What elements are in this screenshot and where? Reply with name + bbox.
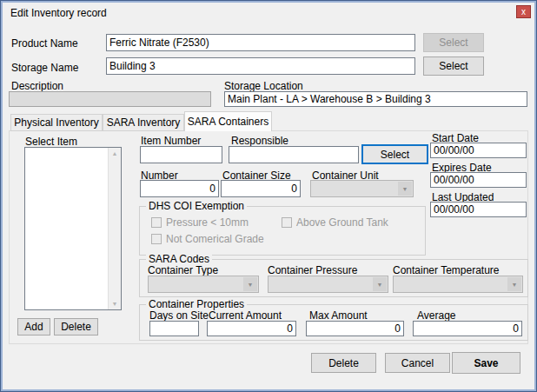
current-amount-input[interactable] bbox=[207, 321, 296, 336]
tab-sara-containers[interactable]: SARA Containers bbox=[184, 111, 272, 131]
storage-location-field bbox=[224, 91, 527, 107]
responsible-label: Responsible bbox=[231, 135, 288, 147]
scroll-down-icon[interactable]: ▼ bbox=[112, 301, 118, 307]
checkbox-box-icon bbox=[151, 234, 162, 244]
container-properties-title: Container Properties bbox=[146, 298, 247, 310]
dropdown-arrow-icon: ▼ bbox=[373, 277, 387, 291]
dhs-coi-exemption-title: DHS COI Exemption bbox=[146, 200, 247, 212]
number-input[interactable] bbox=[140, 180, 219, 197]
product-select-button: Select bbox=[423, 33, 484, 52]
max-amount-input[interactable] bbox=[306, 321, 404, 336]
checkbox-box-icon bbox=[151, 217, 162, 228]
average-label: Average bbox=[417, 309, 455, 322]
container-unit-dropdown: ▼ bbox=[310, 180, 414, 197]
select-item-label: Select Item bbox=[25, 136, 77, 148]
close-icon: x bbox=[521, 8, 526, 17]
close-button[interactable]: x bbox=[516, 5, 531, 18]
container-temperature-label: Container Temperature bbox=[393, 264, 500, 276]
max-amount-label: Max Amount bbox=[309, 309, 368, 322]
checkbox-pressure-lt-10mm: Pressure < 10mm bbox=[151, 216, 249, 229]
dhs-coi-exemption-group bbox=[139, 206, 426, 256]
item-number-label: Item Number bbox=[141, 135, 201, 147]
tab-physical-inventory[interactable]: Physical Inventory bbox=[10, 114, 103, 131]
container-type-dropdown: ▼ bbox=[148, 276, 259, 293]
product-name-input[interactable] bbox=[106, 34, 415, 51]
edit-inventory-record-dialog: Edit Inventory record x Product Name Sel… bbox=[0, 0, 537, 392]
scroll-up-icon[interactable]: ▲ bbox=[112, 150, 118, 156]
checkbox-not-comerical-grade: Not Comerical Grade bbox=[151, 233, 264, 245]
checkbox-label: Not Comerical Grade bbox=[166, 233, 264, 245]
current-amount-label: Current Amount bbox=[209, 309, 282, 322]
container-type-label: Container Type bbox=[148, 264, 218, 276]
container-pressure-dropdown: ▼ bbox=[268, 276, 388, 293]
delete-button[interactable]: Delete bbox=[311, 353, 376, 373]
container-pressure-label: Container Pressure bbox=[268, 264, 357, 276]
product-name-label: Product Name bbox=[11, 37, 78, 50]
select-item-listbox[interactable]: ▲ ▼ bbox=[24, 147, 122, 310]
sara-codes-title: SARA Codes bbox=[146, 253, 212, 265]
expires-date-input[interactable] bbox=[430, 172, 527, 188]
days-on-site-label: Days on Site bbox=[149, 309, 209, 322]
delete-item-button[interactable]: Delete bbox=[54, 318, 98, 336]
checkbox-above-ground-tank: Above Ground Tank bbox=[282, 216, 388, 229]
checkbox-box-icon bbox=[282, 217, 292, 228]
storage-name-label: Storage Name bbox=[11, 62, 78, 74]
average-input[interactable] bbox=[413, 321, 522, 336]
checkbox-label: Pressure < 10mm bbox=[166, 216, 249, 229]
responsible-select-button[interactable]: Select bbox=[361, 144, 428, 164]
item-number-input[interactable] bbox=[140, 146, 222, 163]
storage-select-button[interactable]: Select bbox=[423, 56, 484, 76]
save-button[interactable]: Save bbox=[452, 352, 520, 374]
container-size-input[interactable] bbox=[221, 180, 301, 197]
tab-sara-inventory[interactable]: SARA Inventory bbox=[103, 114, 184, 131]
storage-name-input[interactable] bbox=[106, 57, 415, 75]
window-title: Edit Inventory record bbox=[10, 7, 107, 19]
description-field bbox=[9, 91, 211, 107]
responsible-input[interactable] bbox=[229, 146, 359, 163]
description-label: Description bbox=[11, 80, 63, 92]
start-date-input[interactable] bbox=[430, 143, 527, 158]
listbox-scrollbar[interactable]: ▲ ▼ bbox=[108, 148, 121, 309]
days-on-site-input[interactable] bbox=[149, 321, 199, 336]
cancel-button[interactable]: Cancel bbox=[385, 353, 450, 373]
storage-location-label: Storage Location bbox=[224, 80, 303, 92]
dropdown-arrow-icon: ▼ bbox=[398, 182, 412, 196]
container-temperature-dropdown: ▼ bbox=[393, 276, 523, 293]
checkbox-label: Above Ground Tank bbox=[296, 216, 388, 229]
add-button[interactable]: Add bbox=[17, 318, 50, 336]
dropdown-arrow-icon: ▼ bbox=[243, 277, 257, 291]
dropdown-arrow-icon: ▼ bbox=[507, 277, 521, 291]
last-updated-input[interactable] bbox=[430, 202, 527, 217]
